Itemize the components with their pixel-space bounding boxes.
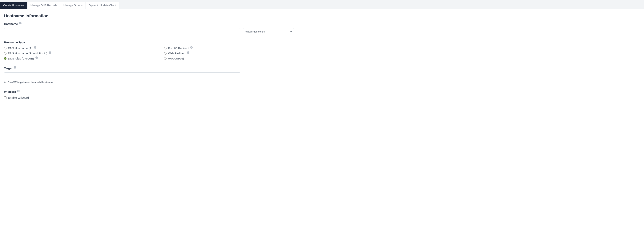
- radio-dns-round-robin[interactable]: DNS Hostname (Round Robin) i: [4, 52, 164, 55]
- radio-dns-alias-cname[interactable]: DNS Alias (CNAME) i: [4, 57, 164, 60]
- radio-dns-hostname-a[interactable]: DNS Hostname (A) i: [4, 47, 164, 50]
- radio-input-cname[interactable]: [4, 57, 6, 60]
- hostname-row: cmays-demo.com: [4, 28, 640, 35]
- hostname-input[interactable]: [4, 28, 240, 35]
- radio-label: DNS Hostname (A): [8, 47, 32, 50]
- radio-input-roundrobin[interactable]: [4, 52, 6, 55]
- radio-input-webredirect[interactable]: [164, 52, 166, 55]
- radio-input-port80[interactable]: [164, 47, 166, 49]
- info-icon[interactable]: i: [34, 46, 36, 49]
- radio-input-dns-a[interactable]: [4, 47, 6, 49]
- hostname-type-label: Hostname Type: [4, 41, 640, 44]
- target-label-text: Target: [4, 67, 12, 70]
- hostname-type-options: DNS Hostname (A) i Port 80 Redirect i DN…: [4, 47, 640, 60]
- wildcard-label-text: Wildcard: [4, 90, 16, 93]
- info-icon[interactable]: i: [14, 66, 16, 69]
- page-heading: Hostname Information: [4, 13, 640, 18]
- radio-label: AAAA (IPv6): [168, 57, 184, 60]
- radio-label: DNS Hostname (Round Robin): [8, 52, 47, 55]
- help-prefix: An CNAME target: [4, 81, 24, 84]
- radio-label: Web Redirect: [168, 52, 186, 55]
- info-icon[interactable]: i: [36, 56, 38, 59]
- wildcard-checkbox-item[interactable]: Enable Wildcard: [4, 96, 640, 99]
- wildcard-label: Wildcard i: [4, 90, 640, 93]
- info-icon[interactable]: i: [19, 22, 22, 24]
- radio-web-redirect[interactable]: Web Redirect i: [164, 52, 640, 55]
- tab-create-hostname[interactable]: Create Hostname: [0, 2, 28, 9]
- domain-select[interactable]: cmays-demo.com: [243, 28, 294, 35]
- tab-manage-dns-records[interactable]: Manage DNS Records: [27, 2, 60, 9]
- hostname-label: Hostname i: [4, 22, 640, 25]
- help-bold: must: [24, 81, 30, 84]
- info-icon[interactable]: i: [17, 90, 20, 92]
- tab-manage-groups[interactable]: Manage Groups: [60, 2, 86, 9]
- wildcard-checkbox-label: Enable Wildcard: [8, 96, 29, 99]
- info-icon[interactable]: i: [187, 51, 190, 54]
- tab-bar: Create Hostname Manage DNS Records Manag…: [0, 0, 644, 9]
- help-suffix: be a valid hostname: [30, 81, 53, 84]
- radio-label: Port 80 Redirect: [168, 47, 189, 50]
- wildcard-checkbox[interactable]: [4, 96, 6, 99]
- hostname-label-text: Hostname: [4, 22, 18, 25]
- target-section: Target i An CNAME target must be a valid…: [4, 67, 640, 84]
- radio-port-80-redirect[interactable]: Port 80 Redirect i: [164, 47, 640, 50]
- info-icon[interactable]: i: [190, 46, 193, 49]
- info-icon[interactable]: i: [49, 51, 51, 54]
- content-panel: Hostname Information Hostname i cmays-de…: [0, 9, 644, 104]
- chevron-down-icon: [288, 28, 294, 35]
- tab-dynamic-update-client[interactable]: Dynamic Update Client: [86, 2, 119, 9]
- radio-aaaa-ipv6[interactable]: AAAA (IPv6): [164, 57, 640, 60]
- hostname-type-label-text: Hostname Type: [4, 41, 25, 44]
- target-input[interactable]: [4, 72, 240, 79]
- target-label: Target i: [4, 67, 640, 70]
- radio-input-aaaa[interactable]: [164, 57, 166, 60]
- domain-select-value: cmays-demo.com: [243, 28, 288, 35]
- target-help-text: An CNAME target must be a valid hostname: [4, 81, 640, 84]
- radio-label: DNS Alias (CNAME): [8, 57, 34, 60]
